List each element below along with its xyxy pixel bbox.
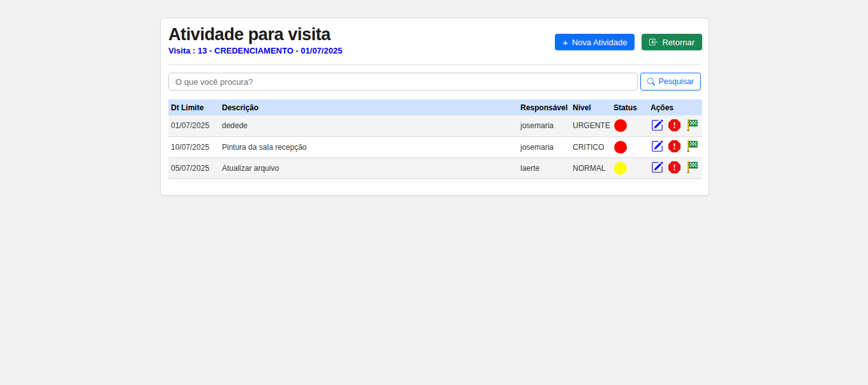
- search-button[interactable]: Pesquisar: [640, 73, 701, 91]
- new-activity-label: Nova Atividade: [572, 38, 628, 47]
- status-indicator: [614, 119, 627, 132]
- alert-icon[interactable]: [668, 119, 680, 131]
- col-header-descricao: Descrição: [219, 99, 518, 115]
- cell-status: [611, 157, 648, 178]
- col-header-nivel: Nivel: [570, 99, 611, 115]
- page-title: Atividade para visita: [168, 25, 342, 45]
- cell-dt-limite: 10/07/2025: [168, 136, 219, 157]
- alert-icon[interactable]: [668, 161, 680, 173]
- cell-acoes: [648, 136, 702, 157]
- cell-nivel: URGENTE: [570, 115, 611, 136]
- cell-descricao: Pintura da sala recepção: [219, 136, 518, 157]
- title-block: Atividade para visita Visita : 13 - CRED…: [168, 25, 342, 57]
- col-header-responsavel: Responsável: [518, 99, 570, 115]
- search-button-label: Pesquisar: [658, 77, 694, 86]
- col-header-dt-limite: Dt Limite: [168, 99, 219, 115]
- cell-descricao: Atualizar arquivo: [219, 157, 518, 178]
- edit-icon[interactable]: [651, 119, 663, 131]
- cell-dt-limite: 05/07/2025: [168, 157, 219, 178]
- edit-icon[interactable]: [651, 161, 663, 173]
- finish-flag-icon[interactable]: [686, 161, 699, 174]
- status-indicator: [614, 162, 627, 175]
- table-header-row: Dt Limite Descrição Responsável Nivel St…: [168, 99, 702, 115]
- edit-icon[interactable]: [651, 140, 663, 152]
- cell-status: [611, 115, 648, 136]
- cell-responsavel: josemaria: [518, 115, 570, 136]
- box-arrow-in-left-icon: [649, 38, 658, 47]
- table-row: 05/07/2025 Atualizar arquivo laerte NORM…: [168, 157, 702, 178]
- table-row: 01/07/2025 dedede josemaria URGENTE: [168, 115, 702, 136]
- col-header-status: Status: [611, 99, 648, 115]
- return-button[interactable]: Retornar: [642, 34, 702, 50]
- header-buttons: + Nova Atividade Retornar: [555, 34, 702, 57]
- cell-dt-limite: 01/07/2025: [168, 115, 219, 136]
- new-activity-button[interactable]: + Nova Atividade: [555, 34, 635, 50]
- activities-table: Dt Limite Descrição Responsável Nivel St…: [168, 99, 702, 179]
- cell-descricao: dedede: [219, 115, 518, 136]
- alert-icon[interactable]: [668, 140, 680, 152]
- card-header: Atividade para visita Visita : 13 - CRED…: [161, 18, 709, 57]
- cell-responsavel: laerte: [518, 157, 570, 178]
- table-row: 10/07/2025 Pintura da sala recepção jose…: [168, 136, 702, 157]
- cell-responsavel: josemaria: [518, 136, 570, 157]
- cell-nivel: CRITICO: [570, 136, 611, 157]
- return-label: Retornar: [662, 38, 695, 47]
- status-indicator: [614, 141, 627, 154]
- search-input[interactable]: [168, 73, 638, 91]
- page-background: { "header": { "title": "Atividade para v…: [0, 0, 868, 385]
- visit-subtitle: Visita : 13 - CREDENCIAMENTO - 01/07/202…: [168, 46, 342, 55]
- cell-status: [611, 136, 648, 157]
- finish-flag-icon[interactable]: [686, 140, 699, 153]
- cell-acoes: [648, 157, 702, 178]
- header-divider: [168, 64, 701, 65]
- activity-card: Atividade para visita Visita : 13 - CRED…: [160, 18, 709, 196]
- plus-icon: +: [563, 38, 568, 47]
- search-icon: [647, 78, 655, 85]
- cell-acoes: [648, 115, 702, 136]
- cell-nivel: NORMAL: [570, 157, 611, 178]
- finish-flag-icon[interactable]: [686, 119, 699, 132]
- search-bar: Pesquisar: [168, 73, 701, 91]
- col-header-acoes: Ações: [648, 99, 702, 115]
